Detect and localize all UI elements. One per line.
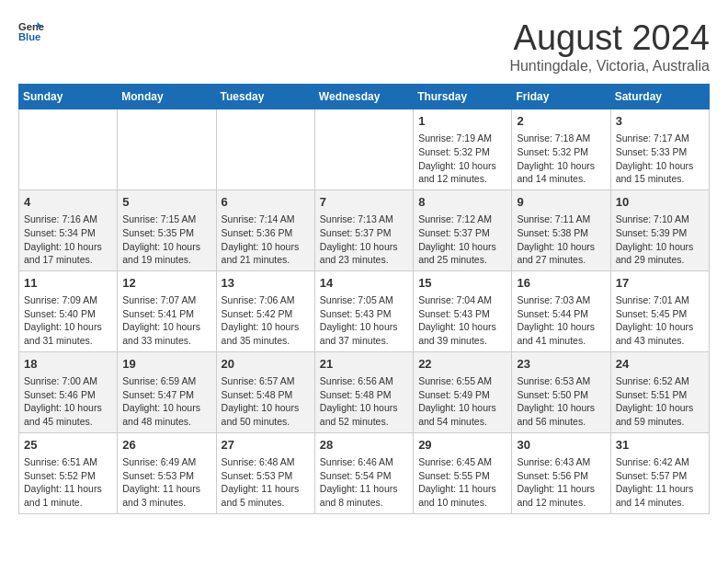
day-number: 30 <box>517 437 605 454</box>
day-info: Sunrise: 7:11 AM Sunset: 5:38 PM Dayligh… <box>517 213 605 267</box>
day-info: Sunrise: 7:07 AM Sunset: 5:41 PM Dayligh… <box>122 293 210 348</box>
day-info: Sunrise: 6:52 AM Sunset: 5:51 PM Dayligh… <box>616 374 704 429</box>
day-number: 13 <box>222 275 310 292</box>
title-block: August 2024 Huntingdale, Victoria, Austr… <box>509 18 710 75</box>
day-info: Sunrise: 6:55 AM Sunset: 5:49 PM Dayligh… <box>418 374 506 429</box>
day-header-monday: Monday <box>118 85 216 109</box>
week-row-2: 4Sunrise: 7:16 AM Sunset: 5:34 PM Daylig… <box>19 190 710 270</box>
calendar-cell: 25Sunrise: 6:51 AM Sunset: 5:52 PM Dayli… <box>19 432 118 513</box>
day-number: 11 <box>24 275 112 292</box>
calendar-cell: 12Sunrise: 7:07 AM Sunset: 5:41 PM Dayli… <box>118 270 216 351</box>
day-info: Sunrise: 7:13 AM Sunset: 5:37 PM Dayligh… <box>320 213 408 267</box>
day-number: 9 <box>517 194 605 211</box>
calendar-table: SundayMondayTuesdayWednesdayThursdayFrid… <box>18 84 710 514</box>
week-row-4: 18Sunrise: 7:00 AM Sunset: 5:46 PM Dayli… <box>19 351 710 432</box>
day-info: Sunrise: 7:19 AM Sunset: 5:32 PM Dayligh… <box>418 132 506 186</box>
calendar-cell: 24Sunrise: 6:52 AM Sunset: 5:51 PM Dayli… <box>610 351 709 432</box>
day-number: 1 <box>418 113 506 130</box>
day-info: Sunrise: 7:04 AM Sunset: 5:43 PM Dayligh… <box>418 293 506 348</box>
day-number: 5 <box>122 194 210 211</box>
calendar-cell: 11Sunrise: 7:09 AM Sunset: 5:40 PM Dayli… <box>19 270 118 351</box>
calendar-cell: 26Sunrise: 6:49 AM Sunset: 5:53 PM Dayli… <box>118 432 216 513</box>
day-info: Sunrise: 7:14 AM Sunset: 5:36 PM Dayligh… <box>222 213 310 267</box>
day-info: Sunrise: 6:57 AM Sunset: 5:48 PM Dayligh… <box>222 374 310 429</box>
calendar-cell: 30Sunrise: 6:43 AM Sunset: 5:56 PM Dayli… <box>512 432 610 513</box>
day-number: 7 <box>320 194 408 211</box>
page-header: General Blue August 2024 Huntingdale, Vi… <box>18 18 710 75</box>
day-info: Sunrise: 7:16 AM Sunset: 5:34 PM Dayligh… <box>24 213 112 267</box>
calendar-cell: 7Sunrise: 7:13 AM Sunset: 5:37 PM Daylig… <box>314 190 413 270</box>
day-info: Sunrise: 7:03 AM Sunset: 5:44 PM Dayligh… <box>517 293 605 348</box>
calendar-cell: 1Sunrise: 7:19 AM Sunset: 5:32 PM Daylig… <box>414 109 512 190</box>
week-row-3: 11Sunrise: 7:09 AM Sunset: 5:40 PM Dayli… <box>19 270 710 351</box>
calendar-cell: 17Sunrise: 7:01 AM Sunset: 5:45 PM Dayli… <box>610 270 709 351</box>
day-info: Sunrise: 6:49 AM Sunset: 5:53 PM Dayligh… <box>122 455 210 510</box>
calendar-cell: 13Sunrise: 7:06 AM Sunset: 5:42 PM Dayli… <box>216 270 314 351</box>
day-info: Sunrise: 6:46 AM Sunset: 5:54 PM Dayligh… <box>320 455 408 510</box>
day-number: 24 <box>616 356 704 373</box>
day-info: Sunrise: 6:45 AM Sunset: 5:55 PM Dayligh… <box>418 455 506 510</box>
day-number: 14 <box>320 275 408 292</box>
week-row-1: 1Sunrise: 7:19 AM Sunset: 5:32 PM Daylig… <box>19 109 710 190</box>
day-info: Sunrise: 7:00 AM Sunset: 5:46 PM Dayligh… <box>24 374 112 429</box>
day-info: Sunrise: 6:42 AM Sunset: 5:57 PM Dayligh… <box>616 455 704 510</box>
calendar-cell: 28Sunrise: 6:46 AM Sunset: 5:54 PM Dayli… <box>314 432 413 513</box>
day-number: 3 <box>616 113 704 130</box>
day-number: 4 <box>24 194 112 211</box>
day-info: Sunrise: 7:10 AM Sunset: 5:39 PM Dayligh… <box>616 213 704 267</box>
page-subtitle: Huntingdale, Victoria, Australia <box>509 58 710 75</box>
calendar-cell: 2Sunrise: 7:18 AM Sunset: 5:32 PM Daylig… <box>512 109 610 190</box>
calendar-cell: 6Sunrise: 7:14 AM Sunset: 5:36 PM Daylig… <box>216 190 314 270</box>
day-info: Sunrise: 7:09 AM Sunset: 5:40 PM Dayligh… <box>24 293 112 348</box>
calendar-cell: 31Sunrise: 6:42 AM Sunset: 5:57 PM Dayli… <box>610 432 709 513</box>
calendar-cell <box>314 109 413 190</box>
day-info: Sunrise: 7:17 AM Sunset: 5:33 PM Dayligh… <box>616 132 704 186</box>
calendar-cell: 16Sunrise: 7:03 AM Sunset: 5:44 PM Dayli… <box>512 270 610 351</box>
day-info: Sunrise: 7:01 AM Sunset: 5:45 PM Dayligh… <box>616 293 704 348</box>
day-info: Sunrise: 7:06 AM Sunset: 5:42 PM Dayligh… <box>222 293 310 348</box>
page-title: August 2024 <box>509 18 710 58</box>
day-number: 26 <box>122 437 210 454</box>
day-info: Sunrise: 7:05 AM Sunset: 5:43 PM Dayligh… <box>320 293 408 348</box>
day-info: Sunrise: 7:12 AM Sunset: 5:37 PM Dayligh… <box>418 213 506 267</box>
day-info: Sunrise: 7:15 AM Sunset: 5:35 PM Dayligh… <box>122 213 210 267</box>
day-info: Sunrise: 6:48 AM Sunset: 5:53 PM Dayligh… <box>222 455 310 510</box>
day-number: 20 <box>222 356 310 373</box>
day-info: Sunrise: 6:43 AM Sunset: 5:56 PM Dayligh… <box>517 455 605 510</box>
day-number: 6 <box>222 194 310 211</box>
calendar-cell: 19Sunrise: 6:59 AM Sunset: 5:47 PM Dayli… <box>118 351 216 432</box>
day-number: 18 <box>24 356 112 373</box>
day-info: Sunrise: 7:18 AM Sunset: 5:32 PM Dayligh… <box>517 132 605 186</box>
calendar-cell: 5Sunrise: 7:15 AM Sunset: 5:35 PM Daylig… <box>118 190 216 270</box>
day-number: 25 <box>24 437 112 454</box>
calendar-cell: 9Sunrise: 7:11 AM Sunset: 5:38 PM Daylig… <box>512 190 610 270</box>
calendar-cell: 14Sunrise: 7:05 AM Sunset: 5:43 PM Dayli… <box>314 270 413 351</box>
day-number: 28 <box>320 437 408 454</box>
svg-text:Blue: Blue <box>18 31 40 42</box>
day-number: 31 <box>616 437 704 454</box>
calendar-cell: 20Sunrise: 6:57 AM Sunset: 5:48 PM Dayli… <box>216 351 314 432</box>
calendar-cell: 29Sunrise: 6:45 AM Sunset: 5:55 PM Dayli… <box>414 432 512 513</box>
logo: General Blue <box>18 18 44 44</box>
calendar-cell: 3Sunrise: 7:17 AM Sunset: 5:33 PM Daylig… <box>610 109 709 190</box>
day-number: 19 <box>122 356 210 373</box>
day-number: 21 <box>320 356 408 373</box>
day-info: Sunrise: 6:59 AM Sunset: 5:47 PM Dayligh… <box>122 374 210 429</box>
calendar-cell: 10Sunrise: 7:10 AM Sunset: 5:39 PM Dayli… <box>610 190 709 270</box>
day-info: Sunrise: 6:56 AM Sunset: 5:48 PM Dayligh… <box>320 374 408 429</box>
day-number: 27 <box>222 437 310 454</box>
day-number: 22 <box>418 356 506 373</box>
day-header-thursday: Thursday <box>414 85 512 109</box>
day-header-friday: Friday <box>512 85 610 109</box>
day-number: 17 <box>616 275 704 292</box>
week-row-5: 25Sunrise: 6:51 AM Sunset: 5:52 PM Dayli… <box>19 432 710 513</box>
day-header-wednesday: Wednesday <box>314 85 413 109</box>
calendar-cell <box>216 109 314 190</box>
calendar-cell <box>19 109 118 190</box>
calendar-cell: 15Sunrise: 7:04 AM Sunset: 5:43 PM Dayli… <box>414 270 512 351</box>
day-number: 12 <box>122 275 210 292</box>
calendar-cell: 21Sunrise: 6:56 AM Sunset: 5:48 PM Dayli… <box>314 351 413 432</box>
day-number: 15 <box>418 275 506 292</box>
calendar-cell: 4Sunrise: 7:16 AM Sunset: 5:34 PM Daylig… <box>19 190 118 270</box>
calendar-cell: 18Sunrise: 7:00 AM Sunset: 5:46 PM Dayli… <box>19 351 118 432</box>
